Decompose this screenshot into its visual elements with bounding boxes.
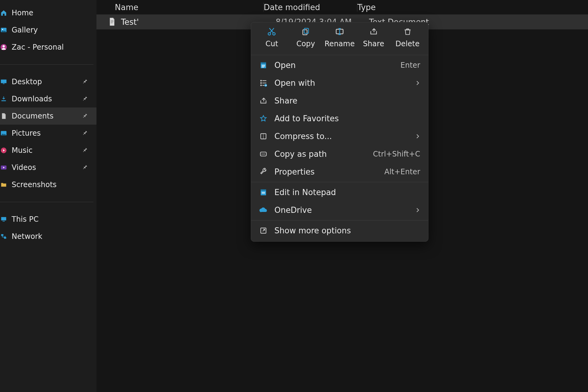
cut-icon bbox=[267, 27, 277, 36]
context-separator bbox=[251, 182, 428, 182]
ctx-edit-notepad[interactable]: Edit in Notepad bbox=[251, 183, 428, 201]
music-icon bbox=[0, 147, 7, 154]
sidebar-item-label: Desktop bbox=[12, 77, 77, 86]
sidebar-separator bbox=[0, 64, 93, 65]
chevron-right-icon bbox=[415, 208, 420, 213]
pin-icon bbox=[82, 78, 89, 85]
gallery-icon bbox=[0, 26, 7, 34]
sidebar-item-home[interactable]: Home bbox=[0, 4, 96, 21]
chevron-right-icon bbox=[415, 81, 420, 85]
pictures-icon bbox=[0, 130, 7, 137]
ctx-more-options[interactable]: Show more options bbox=[251, 222, 428, 239]
svg-point-18 bbox=[273, 33, 275, 35]
context-action-row: Cut Copy Rename bbox=[251, 22, 428, 54]
svg-point-35 bbox=[264, 153, 265, 154]
share-arrow-icon bbox=[259, 96, 268, 105]
ctx-action-label: Copy bbox=[296, 40, 315, 48]
sidebar-item-desktop[interactable]: Desktop bbox=[0, 73, 96, 90]
sidebar-item-label: Documents bbox=[12, 112, 77, 120]
ctx-item-label: Open bbox=[274, 61, 394, 70]
col-type[interactable]: Type bbox=[357, 3, 588, 12]
copy-icon bbox=[301, 27, 311, 36]
ctx-copy-button[interactable]: Copy bbox=[290, 27, 321, 48]
folder-icon bbox=[0, 181, 7, 188]
svg-rect-12 bbox=[1, 234, 3, 236]
ctx-share[interactable]: Share bbox=[251, 92, 428, 110]
ctx-item-label: OneDrive bbox=[274, 205, 409, 215]
ctx-item-label: Copy as path bbox=[274, 149, 366, 159]
sidebar-item-this-pc[interactable]: This PC bbox=[0, 211, 96, 228]
sidebar-item-network[interactable]: Network bbox=[0, 228, 96, 245]
svg-rect-23 bbox=[261, 62, 266, 63]
ctx-action-label: Delete bbox=[395, 40, 420, 48]
ctx-compress[interactable]: Compress to... bbox=[251, 127, 428, 145]
chevron-right-icon bbox=[415, 134, 420, 139]
svg-rect-27 bbox=[260, 80, 262, 81]
sidebar-item-documents[interactable]: Documents bbox=[0, 107, 96, 125]
ctx-open-with[interactable]: Open with bbox=[251, 74, 428, 92]
ctx-cut-button[interactable]: Cut bbox=[256, 27, 287, 48]
svg-point-1 bbox=[2, 29, 3, 30]
sidebar-item-label: Gallery bbox=[12, 26, 92, 34]
ctx-properties[interactable]: Properties Alt+Enter bbox=[251, 163, 428, 181]
pin-icon bbox=[82, 112, 89, 120]
ctx-onedrive[interactable]: OneDrive bbox=[251, 201, 428, 219]
ctx-open[interactable]: Open Enter bbox=[251, 56, 428, 74]
ctx-copy-path[interactable]: Copy as path Ctrl+Shift+C bbox=[251, 145, 428, 163]
documents-icon bbox=[0, 112, 7, 120]
main-pane: Name Date modified Type Test' 8/19/2024 … bbox=[96, 0, 588, 392]
sidebar: Home Gallery Zac - Personal De bbox=[0, 0, 96, 392]
sidebar-item-label: Downloads bbox=[12, 95, 77, 103]
ctx-item-label: Compress to... bbox=[274, 132, 409, 141]
svg-rect-15 bbox=[111, 21, 113, 22]
ctx-add-favorites[interactable]: Add to Favorites bbox=[251, 110, 428, 127]
notepad-app-icon bbox=[259, 188, 268, 197]
sidebar-item-downloads[interactable]: Downloads bbox=[0, 90, 96, 107]
sidebar-item-music[interactable]: Music bbox=[0, 142, 96, 159]
pin-icon bbox=[82, 95, 89, 103]
path-icon bbox=[259, 150, 268, 158]
col-date[interactable]: Date modified bbox=[264, 3, 357, 12]
sidebar-item-label: Screenshots bbox=[12, 180, 92, 189]
ctx-item-label: Share bbox=[274, 96, 420, 105]
desktop-icon bbox=[0, 78, 7, 85]
sidebar-item-personal[interactable]: Zac - Personal bbox=[0, 39, 96, 56]
svg-rect-4 bbox=[1, 80, 6, 83]
sidebar-item-label: This PC bbox=[12, 215, 92, 224]
svg-rect-5 bbox=[3, 84, 5, 84]
ctx-share-button[interactable]: Share bbox=[358, 27, 389, 48]
svg-point-17 bbox=[268, 33, 271, 35]
delete-icon bbox=[403, 27, 413, 36]
svg-rect-25 bbox=[262, 66, 265, 66]
svg-point-34 bbox=[263, 153, 264, 154]
user-icon bbox=[0, 43, 7, 51]
open-with-icon bbox=[259, 79, 268, 87]
context-menu: Cut Copy Rename bbox=[251, 22, 428, 242]
share-icon bbox=[369, 27, 379, 36]
videos-icon bbox=[0, 164, 7, 171]
sidebar-item-gallery[interactable]: Gallery bbox=[0, 21, 96, 39]
zip-icon bbox=[259, 132, 268, 141]
star-icon bbox=[259, 114, 268, 123]
context-separator bbox=[251, 55, 428, 55]
svg-rect-28 bbox=[260, 82, 262, 84]
ctx-item-hint: Enter bbox=[401, 61, 420, 70]
ctx-delete-button[interactable]: Delete bbox=[392, 27, 423, 48]
ctx-action-label: Share bbox=[363, 40, 384, 48]
svg-rect-37 bbox=[261, 189, 266, 190]
sidebar-item-label: Pictures bbox=[12, 129, 77, 138]
ctx-rename-button[interactable]: Rename bbox=[324, 27, 355, 48]
sidebar-item-screenshots[interactable]: Screenshots bbox=[0, 176, 96, 193]
ctx-action-label: Cut bbox=[266, 40, 278, 48]
svg-rect-14 bbox=[111, 20, 113, 21]
onedrive-icon bbox=[259, 206, 268, 214]
ctx-item-label: Properties bbox=[274, 167, 378, 176]
network-icon bbox=[0, 233, 7, 240]
ctx-action-label: Rename bbox=[325, 40, 355, 48]
col-name[interactable]: Name bbox=[96, 3, 263, 12]
svg-rect-39 bbox=[262, 193, 265, 194]
sidebar-item-videos[interactable]: Videos bbox=[0, 159, 96, 176]
sidebar-item-label: Music bbox=[12, 146, 77, 155]
svg-rect-24 bbox=[262, 65, 265, 66]
sidebar-item-pictures[interactable]: Pictures bbox=[0, 125, 96, 142]
